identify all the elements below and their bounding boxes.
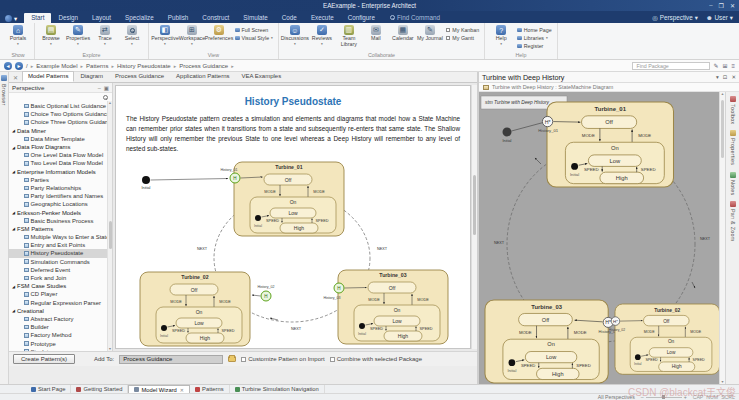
tree-item[interactable]: ◢ FSM Case Studies xyxy=(9,282,107,290)
document-scrollbar[interactable] xyxy=(471,85,477,349)
crumb-example-model[interactable]: Example Model xyxy=(36,63,77,69)
minimize-button[interactable]: – xyxy=(709,2,712,9)
collapse-icon[interactable]: – xyxy=(98,85,101,91)
team-library-button[interactable]: ▥Team Library xyxy=(336,24,362,47)
customize-pattern-checkbox[interactable]: Customize Pattern on Import xyxy=(241,356,324,362)
state-turbine-03[interactable]: Turbine_03 H History_03 xyxy=(323,270,448,344)
calendar-button[interactable]: ▦Calendar xyxy=(390,24,416,42)
state-turbine-01[interactable]: Turbine_01 H* History_01 xyxy=(538,102,673,187)
tree-item[interactable]: ◢ Creational xyxy=(9,307,107,315)
user-menu[interactable]: ☻ User▾ xyxy=(706,14,733,21)
zoom-out-icon[interactable]: – xyxy=(641,394,644,400)
close-tab-icon[interactable]: ✕ xyxy=(180,387,184,393)
tree-item[interactable]: ◢ Simulation Commands xyxy=(9,258,107,266)
zoom-slider[interactable]: – + xyxy=(641,394,687,400)
crumb-history-pseudostate[interactable]: History Pseudostate xyxy=(117,63,171,69)
trace-button[interactable]: ⇄Trace▾ xyxy=(92,24,118,46)
ribbon-tab[interactable]: Start xyxy=(24,13,51,23)
dock-tab[interactable]: Notes xyxy=(730,172,736,195)
perspective-button[interactable]: ◧Perspective▾ xyxy=(152,24,178,46)
full-screen-button[interactable]: Full Screen xyxy=(235,27,273,33)
tree-item[interactable]: ◢ Party Identifiers and Names xyxy=(9,192,107,200)
tree-item[interactable]: ◢ Basic Optional List Guidance xyxy=(9,102,107,110)
tree-item[interactable]: ◢ FSM Patterns xyxy=(9,225,107,233)
tree-item[interactable]: ◢ Deferred Event xyxy=(9,266,107,274)
tree-item[interactable]: ◢ Prototype xyxy=(9,339,107,347)
home-page-button[interactable]: Home Page xyxy=(517,27,551,33)
expand-arrow-icon[interactable]: ◢ xyxy=(12,284,15,289)
portals-button[interactable]: ⌂ Portals▾ xyxy=(5,24,31,46)
tree-item[interactable]: ◢ CD Player xyxy=(9,290,107,298)
wizard-tab[interactable]: Diagram xyxy=(74,71,109,82)
ribbon-tab[interactable]: Construct xyxy=(195,13,236,23)
maximize-button[interactable]: ❐ xyxy=(719,2,724,9)
wizard-tab[interactable]: VEA Examples xyxy=(235,71,287,82)
workspace-button[interactable]: ⊞Workspace▾ xyxy=(179,24,205,46)
state-turbine-01[interactable]: Turbine_01 H History_01 xyxy=(220,162,344,236)
tree-item[interactable]: ◢ Factory Method xyxy=(9,331,107,339)
tree-item[interactable]: ◢ Enterprise Information Models xyxy=(9,168,107,176)
tab-patterns[interactable]: Patterns xyxy=(190,385,230,393)
float-icon[interactable]: ⊡ xyxy=(723,74,728,80)
close-view-icon[interactable]: ✕ xyxy=(11,74,22,82)
ribbon-tab[interactable]: Design xyxy=(51,13,85,23)
scrollbar-thumb[interactable] xyxy=(109,221,112,249)
tree-item[interactable]: ◢ Abstract Factory xyxy=(9,315,107,323)
expand-arrow-icon[interactable]: ◢ xyxy=(12,210,15,215)
back-button[interactable]: ◄ xyxy=(4,62,12,70)
tree-item[interactable]: ◢ Basic Business Process xyxy=(9,217,107,225)
perspective-status[interactable]: All Perspectives xyxy=(598,394,635,400)
wizard-tab[interactable]: Application Patterns xyxy=(170,71,235,82)
find-command[interactable]: Find Command xyxy=(390,14,440,23)
create-pattern-button[interactable]: Create Pattern(s) xyxy=(13,354,75,364)
perspective-menu[interactable]: ◎ Perspective▾ xyxy=(652,14,698,21)
ribbon-tab[interactable]: Execute xyxy=(304,13,341,23)
initial-node[interactable] xyxy=(142,176,150,184)
tab-getting-started[interactable]: Getting Started xyxy=(71,385,128,393)
tree-item[interactable]: ◢ Data Miner xyxy=(9,127,107,135)
zoom-in-icon[interactable]: + xyxy=(684,394,687,400)
expand-arrow-icon[interactable]: ◢ xyxy=(12,226,15,231)
libraries-button[interactable]: Libraries ▾ xyxy=(517,35,551,41)
expand-arrow-icon[interactable]: ◢ xyxy=(12,169,15,174)
close-panel-icon[interactable]: ✕ xyxy=(731,74,736,80)
add-to-field[interactable]: Process Guidance xyxy=(119,355,223,364)
dock-icon[interactable]: ▣ xyxy=(104,85,109,91)
register-button[interactable]: Register xyxy=(517,43,551,49)
ribbon-tab[interactable]: Configure xyxy=(341,13,382,23)
tree-item[interactable]: ◢ Builder xyxy=(9,323,107,331)
tree-item[interactable]: ◢ Party Relationships xyxy=(9,184,107,192)
properties-button[interactable]: ✎Properties▾ xyxy=(65,24,91,46)
tree-item[interactable]: ◢ Regular Expression Parser xyxy=(9,299,107,307)
tree-item[interactable]: ◢ Choice Three Options Guidance xyxy=(9,118,107,126)
tree-item[interactable]: ◢ Entry and Exit Points xyxy=(9,241,107,249)
combine-package-checkbox[interactable]: Combine with selected Package xyxy=(330,356,422,362)
ribbon-tab[interactable]: Publish xyxy=(161,13,196,23)
tree-item[interactable]: ◢ History Pseudostate xyxy=(9,249,107,257)
layout-icon[interactable]: ⊞ xyxy=(722,62,727,69)
scrollbar-thumb[interactable] xyxy=(721,100,724,158)
tree-item[interactable]: ◢ Choice Two Options Guidance xyxy=(9,110,107,118)
tree-item[interactable]: ◢ Eriksson-Penker Models xyxy=(9,208,107,216)
crumb-patterns[interactable]: Patterns xyxy=(86,63,108,69)
dock-tab[interactable]: Toolbox xyxy=(730,96,736,124)
dock-tab[interactable]: Pan & Zoom xyxy=(730,201,736,241)
my-journal-button[interactable]: ✎My Journal xyxy=(417,24,443,42)
wizard-tab[interactable]: Process Guidance xyxy=(109,71,170,82)
expand-arrow-icon[interactable]: ◢ xyxy=(12,145,15,150)
dock-tab[interactable]: Properties xyxy=(730,130,736,165)
browse-button[interactable]: ▤Browse▾ xyxy=(38,24,64,46)
my-gantt-checkbox[interactable]: My Gantt xyxy=(446,35,479,41)
my-kanban-checkbox[interactable]: My Kanban xyxy=(446,27,479,33)
ribbon-tab[interactable]: Code xyxy=(275,13,304,23)
crumb-process-guidance[interactable]: Process Guidance xyxy=(179,63,228,69)
dropdown-icon[interactable]: ▾ xyxy=(716,74,719,80)
ribbon-tab[interactable]: Layout xyxy=(85,13,118,23)
tab-turbine-simulation-navigation[interactable]: Turbine Simulation Navigation xyxy=(230,385,325,393)
tree-scrollbar[interactable]: ▲▼ xyxy=(107,101,112,351)
forward-button[interactable]: ► xyxy=(15,62,23,70)
tab-start-page[interactable]: Start Page xyxy=(26,385,71,393)
diagram-canvas[interactable]: stm Turbine with Deep History NEXT NEXT … xyxy=(479,92,719,384)
mail-button[interactable]: ✉Mail xyxy=(363,24,389,42)
state-turbine-02[interactable]: Turbine_02 H History_02 xyxy=(140,272,275,346)
